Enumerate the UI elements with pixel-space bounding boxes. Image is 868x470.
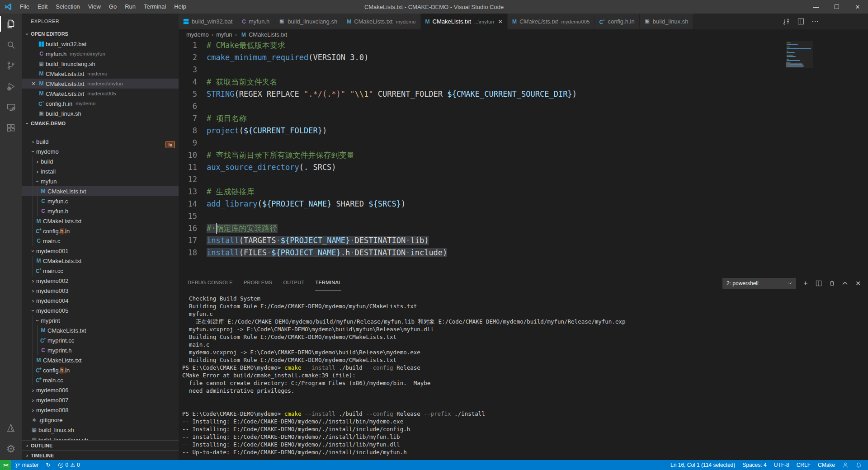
tree-item-main.cc[interactable]: C+main.cc — [22, 266, 179, 276]
manage-gear-icon[interactable]: ⚙ — [0, 438, 22, 459]
tree-item-cmakelists.txt[interactable]: MCMakeLists.txt — [22, 216, 179, 226]
outline-section-header[interactable]: › OUTLINE — [22, 440, 179, 450]
menu-go[interactable]: Go — [105, 0, 121, 14]
minimap[interactable] — [786, 41, 813, 68]
tree-item-mydemo[interactable]: ›mydemo — [22, 146, 179, 156]
problems-indicator[interactable]: 0 ⚠ 0 — [54, 460, 84, 470]
close-icon[interactable]: ✕ — [498, 19, 503, 25]
tab-build-linux.sh[interactable]: build_linux.sh — [640, 14, 693, 29]
tree-item-myprint.cc[interactable]: C+myprint.cc — [22, 335, 179, 345]
close-icon[interactable]: ✕ — [30, 81, 37, 87]
tree-item-mydemo006[interactable]: ›mydemo006 — [22, 385, 179, 395]
tree-item-mydemo004[interactable]: ›mydemo004 — [22, 296, 179, 306]
menu-file[interactable]: File — [16, 0, 33, 14]
tree-item-install[interactable]: ›install — [22, 166, 179, 176]
menu-run[interactable]: Run — [121, 0, 140, 14]
encoding-indicator[interactable]: UTF-8 — [770, 460, 793, 470]
tree-item-config.h.in[interactable]: C+config.h.in — [22, 365, 179, 375]
language-mode-indicator[interactable]: CMake — [814, 460, 839, 470]
tree-item-myfun.c[interactable]: Cmyfun.c — [22, 196, 179, 206]
notifications-bell-button[interactable] — [852, 460, 865, 470]
minimize-button[interactable]: — — [806, 0, 826, 14]
tree-item-build[interactable]: ›build — [22, 139, 179, 146]
menu-selection[interactable]: Selection — [52, 0, 84, 14]
open-editor-item[interactable]: M CMakeLists.txt mydemo — [22, 69, 179, 79]
menu-edit[interactable]: Edit — [33, 0, 52, 14]
open-editor-item[interactable]: build_linux.sh — [22, 108, 179, 118]
tree-item-myprint[interactable]: ›myprint — [22, 315, 179, 325]
feedback-button[interactable] — [839, 460, 852, 470]
tree-item-build-linux.sh[interactable]: build_linux.sh — [22, 425, 179, 435]
tree-item-mydemo005[interactable]: ›mydemo005 — [22, 306, 179, 315]
split-terminal-icon[interactable] — [815, 280, 822, 287]
close-button[interactable]: ✕ — [847, 0, 868, 14]
cmake-tools-icon[interactable] — [0, 418, 22, 438]
panel-tab-terminal[interactable]: TERMINAL — [315, 275, 341, 291]
search-icon[interactable] — [0, 34, 22, 55]
tree-item-myfun.h[interactable]: Cmyfun.h — [22, 206, 179, 216]
tree-item-myprint.h[interactable]: Cmyprint.h — [22, 345, 179, 355]
tree-item-mydemo008[interactable]: ›mydemo008 — [22, 405, 179, 415]
panel-tab-problems[interactable]: PROBLEMS — [244, 275, 273, 291]
indentation-indicator[interactable]: Spaces: 4 — [739, 460, 770, 470]
tree-item-cmakelists.txt[interactable]: MCMakeLists.txt — [22, 186, 179, 196]
open-editor-item[interactable]: build_linuxclang.sh — [22, 59, 179, 69]
breadcrumb-item[interactable]: myfun — [216, 31, 232, 38]
maximize-panel-icon[interactable] — [841, 280, 849, 287]
cursor-position-indicator[interactable]: Ln 16, Col 1 (114 selected) — [667, 460, 739, 470]
terminal-shell-selector[interactable]: 2: powershell — [722, 278, 796, 289]
sync-changes-button[interactable]: ↻ — [42, 460, 54, 470]
terminal-output[interactable]: Checking Build System Building Custom Ru… — [179, 291, 868, 460]
timeline-section-header[interactable]: › TIMELINE — [22, 450, 179, 460]
tab-cmakelists.txt[interactable]: M CMakeLists.txt mydemo005 — [508, 14, 595, 29]
workspace-section-header[interactable]: › CMAKE-DEMO — [22, 118, 179, 128]
eol-indicator[interactable]: CRLF — [793, 460, 814, 470]
menu-help[interactable]: Help — [170, 0, 190, 14]
tree-item-main.cc[interactable]: C+main.cc — [22, 375, 179, 385]
kill-terminal-icon[interactable] — [828, 280, 835, 287]
open-editors-section-header[interactable]: › OPEN EDITORS — [22, 29, 179, 39]
source-control-icon[interactable] — [0, 55, 22, 76]
run-and-debug-icon[interactable] — [0, 76, 22, 97]
git-branch-indicator[interactable]: master — [11, 460, 42, 470]
tree-item-config.h.in[interactable]: C+config.h.in — [22, 226, 179, 236]
code-editor[interactable]: 1 # CMake最低版本要求 2 cmake_minimum_required… — [179, 39, 868, 275]
tree-item-cmakelists.txt[interactable]: MCMakeLists.txt — [22, 355, 179, 365]
remote-explorer-icon[interactable] — [0, 97, 22, 118]
menu-view[interactable]: View — [84, 0, 105, 14]
open-editor-item[interactable]: C+ config.h.in mydemo — [22, 99, 179, 108]
open-editor-item[interactable]: ✕ M CMakeLists.txt mydemo\myfun — [22, 79, 179, 89]
open-editor-item[interactable]: C myfun.h mydemo\myfun — [22, 49, 179, 59]
tree-item-main.c[interactable]: Cmain.c — [22, 236, 179, 246]
open-editor-item[interactable]: build_win32.bat — [22, 39, 179, 49]
extensions-icon[interactable] — [0, 118, 22, 138]
tree-item-.gitignore[interactable]: ◆.gitignore — [22, 415, 179, 425]
breadcrumb-item[interactable]: mydemo — [186, 31, 209, 38]
tab-cmakelists.txt[interactable]: M CMakeLists.txt mydemo — [342, 14, 420, 29]
tab-build-win32.bat[interactable]: build_win32.bat — [179, 14, 237, 29]
menu-terminal[interactable]: Terminal — [140, 0, 170, 14]
tab-build-linuxclang.sh[interactable]: build_linuxclang.sh — [274, 14, 342, 29]
panel-tab-debug-console[interactable]: DEBUG CONSOLE — [188, 275, 233, 291]
tab-config.h.in[interactable]: C+ config.h.in — [594, 14, 639, 29]
tree-item-mydemo002[interactable]: ›mydemo002 — [22, 276, 179, 286]
tree-item-build[interactable]: ›build — [22, 156, 179, 166]
tab-cmakelists.txt[interactable]: M CMakeLists.txt ...\myfun ✕ — [421, 14, 508, 29]
new-terminal-icon[interactable]: + — [802, 280, 809, 287]
open-editor-item[interactable]: M CMakeLists.txt mydemo005 — [22, 89, 179, 99]
tab-myfun.h[interactable]: C myfun.h — [237, 14, 274, 29]
split-editor-icon[interactable] — [797, 18, 805, 26]
explorer-icon[interactable] — [0, 14, 22, 34]
remote-indicator[interactable]: >< — [0, 460, 11, 470]
tree-item-cmakelists.txt[interactable]: MCMakeLists.txt — [22, 256, 179, 266]
tree-item-cmakelists.txt[interactable]: MCMakeLists.txt — [22, 325, 179, 335]
panel-tab-output[interactable]: OUTPUT — [283, 275, 304, 291]
more-actions-icon[interactable]: ⋯ — [811, 18, 819, 26]
breadcrumb-item[interactable]: CMakeLists.txt — [249, 31, 287, 38]
tree-item-mydemo003[interactable]: ›mydemo003 — [22, 286, 179, 296]
tree-item-mydemo001[interactable]: ›mydemo001 — [22, 246, 179, 256]
maximize-button[interactable] — [826, 0, 847, 14]
open-changes-icon[interactable] — [782, 18, 790, 26]
tree-item-mydemo007[interactable]: ›mydemo007 — [22, 395, 179, 405]
close-panel-icon[interactable]: ✕ — [854, 280, 862, 287]
